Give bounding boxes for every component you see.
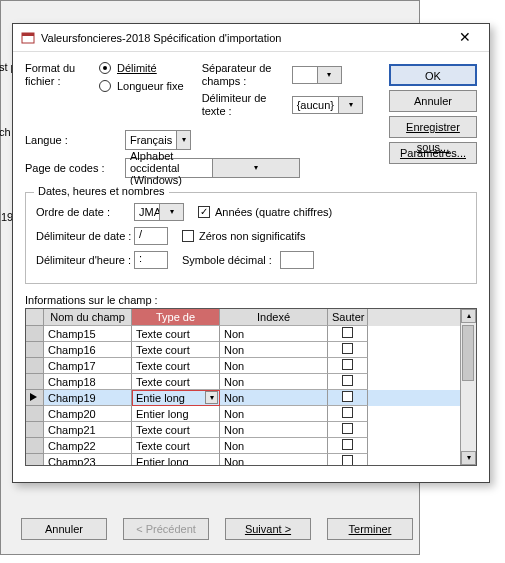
cell-indexed[interactable]: Non (220, 406, 328, 422)
table-row[interactable]: Champ23Entier longNon (26, 454, 460, 465)
table-row[interactable]: Champ18Texte courtNon (26, 374, 460, 390)
scroll-thumb[interactable] (462, 325, 474, 381)
row-selector[interactable] (26, 358, 44, 374)
cell-skip[interactable] (328, 326, 368, 342)
cell-type[interactable]: Entier long (132, 454, 220, 465)
cell-indexed[interactable]: Non (220, 342, 328, 358)
date-order-combo[interactable]: JMA ▾ (134, 203, 184, 221)
codepage-value: Alphabet occidental (Windows) (126, 150, 212, 186)
language-label: Langue : (25, 134, 125, 146)
time-delim-input[interactable]: : (134, 251, 168, 269)
cell-type[interactable]: Entie long▾ (132, 390, 220, 406)
cell-type[interactable]: Texte court (132, 358, 220, 374)
chevron-down-icon[interactable]: ▾ (205, 391, 218, 404)
ok-button[interactable]: OK (389, 64, 477, 86)
cell-name[interactable]: Champ15 (44, 326, 132, 342)
four-digit-years-checkbox[interactable]: ✓ Années (quatre chiffres) (198, 206, 332, 218)
cell-name[interactable]: Champ22 (44, 438, 132, 454)
checkbox-icon: ✓ (198, 206, 210, 218)
cell-skip[interactable] (328, 406, 368, 422)
row-selector[interactable] (26, 422, 44, 438)
cell-indexed[interactable]: Non (220, 358, 328, 374)
chevron-down-icon: ▾ (159, 204, 183, 220)
save-as-button[interactable]: Enregistrer sous... (389, 116, 477, 138)
checkbox-icon (342, 343, 353, 354)
codepage-combo[interactable]: Alphabet occidental (Windows) ▾ (125, 158, 300, 178)
wizard-finish-button[interactable]: Terminer (327, 518, 413, 540)
col-indexed[interactable]: Indexé (220, 309, 328, 326)
radio-fixed[interactable]: Longueur fixe (99, 80, 184, 92)
language-combo[interactable]: Français ▾ (125, 130, 191, 150)
wizard-cancel-button[interactable]: Annuler (21, 518, 107, 540)
cell-skip[interactable] (328, 390, 368, 406)
cell-skip[interactable] (328, 358, 368, 374)
cell-type[interactable]: Texte court (132, 422, 220, 438)
table-row[interactable]: Champ22Texte courtNon (26, 438, 460, 454)
cell-type[interactable]: Texte court (132, 342, 220, 358)
cell-type[interactable]: Texte court (132, 438, 220, 454)
table-row[interactable]: Champ20Entier longNon (26, 406, 460, 422)
cell-indexed[interactable]: Non (220, 390, 328, 406)
radio-dot-icon (99, 62, 111, 74)
col-skip[interactable]: Sauter (328, 309, 368, 326)
cell-indexed[interactable]: Non (220, 454, 328, 465)
cell-name[interactable]: Champ23 (44, 454, 132, 465)
close-button[interactable]: ✕ (449, 28, 481, 48)
cell-type[interactable]: Texte court (132, 326, 220, 342)
cell-skip[interactable] (328, 438, 368, 454)
cell-name[interactable]: Champ18 (44, 374, 132, 390)
date-delim-input[interactable]: / (134, 227, 168, 245)
row-selector[interactable] (26, 390, 44, 406)
date-order-label: Ordre de date : (36, 206, 134, 218)
cell-indexed[interactable]: Non (220, 422, 328, 438)
cell-indexed[interactable]: Non (220, 374, 328, 390)
field-info-label: Informations sur le champ : (25, 294, 477, 306)
cell-name[interactable]: Champ20 (44, 406, 132, 422)
chevron-down-icon: ▾ (338, 97, 362, 113)
field-sep-combo[interactable]: ▾ (292, 66, 342, 84)
cell-type[interactable]: Texte court (132, 374, 220, 390)
leading-zeros-label: Zéros non significatifs (199, 230, 305, 242)
checkbox-icon (342, 423, 353, 434)
cell-name[interactable]: Champ21 (44, 422, 132, 438)
cell-skip[interactable] (328, 342, 368, 358)
row-selector[interactable] (26, 454, 44, 465)
cancel-button[interactable]: Annuler (389, 90, 477, 112)
svg-rect-1 (22, 33, 34, 36)
row-selector[interactable] (26, 326, 44, 342)
row-selector[interactable] (26, 342, 44, 358)
table-row[interactable]: Champ17Texte courtNon (26, 358, 460, 374)
col-type[interactable]: Type de données (132, 309, 220, 326)
cell-type[interactable]: Entier long (132, 406, 220, 422)
table-row[interactable]: Champ15Texte courtNon (26, 326, 460, 342)
import-spec-dialog: Valeursfoncieres-2018 Spécification d'im… (12, 23, 490, 483)
cell-skip[interactable] (328, 454, 368, 465)
col-name[interactable]: Nom du champ (44, 309, 132, 326)
cell-indexed[interactable]: Non (220, 438, 328, 454)
row-selector[interactable] (26, 438, 44, 454)
checkbox-icon (342, 391, 353, 402)
row-selector[interactable] (26, 406, 44, 422)
row-selector-header (26, 309, 44, 326)
cell-name[interactable]: Champ19 (44, 390, 132, 406)
cell-skip[interactable] (328, 374, 368, 390)
table-row[interactable]: Champ19Entie long▾Non (26, 390, 460, 406)
table-row[interactable]: Champ16Texte courtNon (26, 342, 460, 358)
cell-name[interactable]: Champ17 (44, 358, 132, 374)
radio-delimited[interactable]: Délimité (99, 62, 184, 74)
scroll-up-icon[interactable]: ▴ (461, 309, 476, 323)
cell-name[interactable]: Champ16 (44, 342, 132, 358)
row-selector[interactable] (26, 374, 44, 390)
wizard-next-button[interactable]: Suivant > (225, 518, 311, 540)
cell-indexed[interactable]: Non (220, 326, 328, 342)
text-delim-combo[interactable]: {aucun} ▾ (292, 96, 363, 114)
table-scrollbar[interactable]: ▴ ▾ (460, 309, 476, 465)
checkbox-icon (342, 407, 353, 418)
table-row[interactable]: Champ21Texte courtNon (26, 422, 460, 438)
cell-skip[interactable] (328, 422, 368, 438)
leading-zeros-checkbox[interactable]: Zéros non significatifs (182, 230, 305, 242)
decimal-symbol-input[interactable] (280, 251, 314, 269)
params-button[interactable]: Paramètres... (389, 142, 477, 164)
scroll-down-icon[interactable]: ▾ (461, 451, 476, 465)
bg-text: ch (0, 126, 11, 138)
